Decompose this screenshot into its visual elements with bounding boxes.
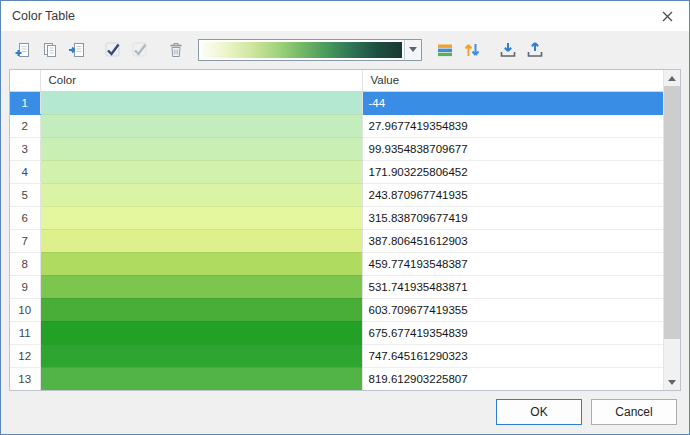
table-row[interactable]: 6315.838709677419 [10,206,663,229]
import-button[interactable] [494,36,521,63]
check-disabled-icon [131,41,149,59]
row-number-cell[interactable]: 7 [10,229,40,252]
row-number-cell[interactable]: 2 [10,114,40,137]
color-ramp-button[interactable] [431,36,458,63]
color-swatch-cell[interactable] [40,137,362,160]
gradient-preview [201,42,402,58]
duplicate-row-icon [41,41,59,59]
value-cell[interactable]: 531.741935483871 [362,275,663,298]
row-number-cell[interactable]: 10 [10,298,40,321]
color-swatch-cell[interactable] [40,229,362,252]
apply-check-button[interactable] [99,36,126,63]
delete-row-button[interactable] [162,36,189,63]
color-swatch-cell[interactable] [40,275,362,298]
cancel-button[interactable]: Cancel [591,399,677,425]
table-row[interactable]: 1-44 [10,91,663,114]
table-row[interactable]: 8459.774193548387 [10,252,663,275]
color-swatch-cell[interactable] [40,367,362,390]
table-row[interactable]: 227.9677419354839 [10,114,663,137]
row-number-cell[interactable]: 9 [10,275,40,298]
column-header-value[interactable]: Value [362,70,663,91]
export-icon [526,41,544,59]
value-cell[interactable]: 99.9354838709677 [362,137,663,160]
value-cell[interactable]: 27.9677419354839 [362,114,663,137]
color-table: Color Value 1-44227.9677419354839399.935… [9,69,681,391]
color-table-body: 1-44227.9677419354839399.935483870967741… [10,91,663,390]
color-swatch-cell[interactable] [40,91,362,114]
arrow-down-icon [668,380,676,385]
titlebar: Color Table [1,1,689,31]
value-cell[interactable]: 171.903225806452 [362,160,663,183]
add-row-icon [14,41,32,59]
row-number-cell[interactable]: 6 [10,206,40,229]
value-cell[interactable]: 459.774193548387 [362,252,663,275]
table-row[interactable]: 399.9354838709677 [10,137,663,160]
corner-header [10,70,40,91]
scroll-down-button[interactable] [664,374,680,390]
scroll-up-button[interactable] [664,70,680,86]
sort-button[interactable] [458,36,485,63]
sort-arrows-icon [463,41,481,59]
table-row[interactable]: 11675.677419354839 [10,321,663,344]
close-button[interactable] [645,1,689,31]
trash-icon [167,41,185,59]
value-cell[interactable]: 315.838709677419 [362,206,663,229]
close-icon [662,11,673,22]
chevron-down-icon [409,47,417,52]
insert-rows-button[interactable] [63,36,90,63]
grid-area: Color Value 1-44227.9677419354839399.935… [10,70,663,390]
gradient-combobox[interactable] [198,39,422,61]
row-number-cell[interactable]: 5 [10,183,40,206]
apply-check-disabled-button[interactable] [126,36,153,63]
value-cell[interactable]: 243.870967741935 [362,183,663,206]
color-grid: Color Value 1-44227.9677419354839399.935… [10,70,663,390]
color-swatch-cell[interactable] [40,206,362,229]
table-row[interactable]: 12747.645161290323 [10,344,663,367]
row-number-cell[interactable]: 12 [10,344,40,367]
combo-arrow-button[interactable] [404,40,421,60]
color-bars-icon [436,41,454,59]
row-number-cell[interactable]: 3 [10,137,40,160]
color-swatch-cell[interactable] [40,252,362,275]
insert-rows-icon [68,41,86,59]
row-number-cell[interactable]: 1 [10,91,40,114]
toolbar [1,31,689,68]
table-row[interactable]: 5243.870967741935 [10,183,663,206]
export-button[interactable] [521,36,548,63]
value-cell[interactable]: -44 [362,91,663,114]
color-swatch-cell[interactable] [40,298,362,321]
add-row-button[interactable] [9,36,36,63]
vertical-scrollbar[interactable] [663,70,680,390]
row-number-cell[interactable]: 8 [10,252,40,275]
color-table-dialog: Color Table [0,0,690,435]
row-number-cell[interactable]: 13 [10,367,40,390]
scrollbar-thumb[interactable] [664,86,680,339]
value-cell[interactable]: 675.677419354839 [362,321,663,344]
table-row[interactable]: 9531.741935483871 [10,275,663,298]
arrow-up-icon [668,76,676,81]
row-number-cell[interactable]: 4 [10,160,40,183]
table-row[interactable]: 10603.709677419355 [10,298,663,321]
table-row[interactable]: 13819.612903225807 [10,367,663,390]
check-icon [104,41,122,59]
color-swatch-cell[interactable] [40,160,362,183]
row-number-cell[interactable]: 11 [10,321,40,344]
color-swatch-cell[interactable] [40,321,362,344]
color-swatch-cell[interactable] [40,114,362,137]
header-row: Color Value [10,70,663,91]
import-icon [499,41,517,59]
value-cell[interactable]: 603.709677419355 [362,298,663,321]
table-row[interactable]: 4171.903225806452 [10,160,663,183]
duplicate-row-button[interactable] [36,36,63,63]
color-swatch-cell[interactable] [40,344,362,367]
column-header-color[interactable]: Color [40,70,362,91]
color-swatch-cell[interactable] [40,183,362,206]
value-cell[interactable]: 387.806451612903 [362,229,663,252]
window-title: Color Table [1,9,75,23]
footer: OK Cancel [496,399,677,425]
table-row[interactable]: 7387.806451612903 [10,229,663,252]
ok-button[interactable]: OK [496,399,582,425]
scrollbar-track[interactable] [664,86,680,374]
value-cell[interactable]: 747.645161290323 [362,344,663,367]
value-cell[interactable]: 819.612903225807 [362,367,663,390]
